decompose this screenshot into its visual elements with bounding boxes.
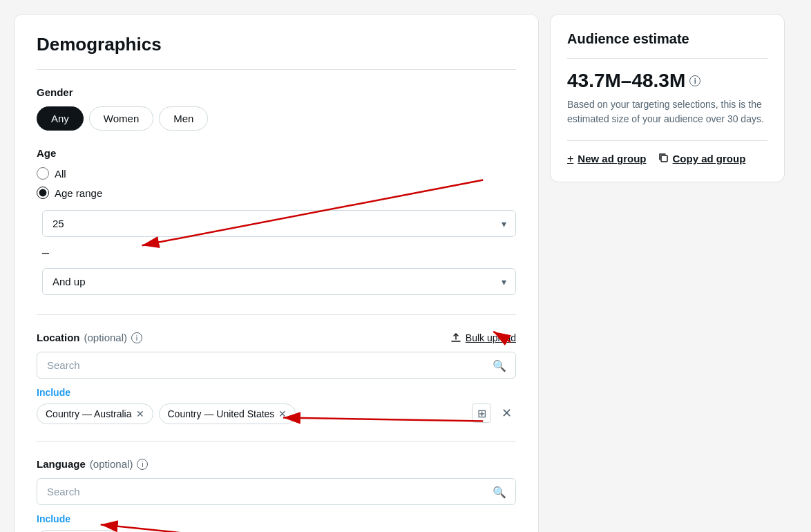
copy-icon	[658, 152, 669, 165]
audience-info-icon[interactable]: i	[689, 75, 700, 86]
age-all-radio[interactable]: All	[37, 167, 516, 180]
copy-ad-group-label: Copy ad group	[673, 153, 746, 164]
location-tag-us-close[interactable]: ✕	[278, 409, 287, 419]
language-optional: (optional)	[90, 458, 133, 470]
age-all-label: All	[55, 168, 66, 180]
language-include-label: Include	[37, 513, 516, 524]
gender-buttons: Any Women Men	[37, 106, 516, 131]
svg-rect-5	[661, 155, 667, 162]
location-include-actions: ⊞ ✕	[472, 403, 516, 423]
age-separator: –	[42, 243, 516, 263]
location-include-label: Include	[37, 387, 516, 398]
language-search-icon: 🔍	[493, 485, 506, 498]
location-search-icon: 🔍	[493, 359, 506, 372]
audience-description: Based on your targeting selections, this…	[567, 97, 767, 126]
upload-icon	[450, 332, 461, 343]
bulk-upload-button[interactable]: Bulk upload	[450, 332, 516, 343]
language-label-row: Language (optional) i	[37, 458, 148, 470]
location-tags: Country — Australia ✕ Country — United S…	[37, 403, 466, 424]
gender-men-button[interactable]: Men	[159, 106, 208, 131]
divider-1	[37, 314, 516, 315]
age-radio-group: All Age range	[37, 167, 516, 199]
location-label: Location	[37, 332, 80, 343]
location-tag-australia: Country — Australia ✕	[37, 403, 153, 424]
language-section: Language (optional) i 🔍 Include English …	[37, 458, 516, 532]
gender-label: Gender	[37, 86, 516, 98]
divider-2	[37, 441, 516, 441]
language-search-wrap: 🔍	[37, 478, 516, 505]
age-from-select[interactable]: 13 18 21 25 35 45 55 65	[42, 210, 516, 237]
location-clear-button[interactable]: ✕	[497, 403, 516, 423]
age-to-dropdown: And up 17 24 34 44 54 64 ▾	[42, 268, 516, 295]
age-range-input[interactable]	[37, 187, 49, 199]
location-search-input[interactable]	[37, 352, 516, 379]
gender-any-button[interactable]: Any	[37, 106, 84, 131]
gender-section: Gender Any Women Men	[37, 86, 516, 131]
new-ad-group-label: New ad group	[578, 153, 646, 164]
location-header: Location (optional) i Bulk upload	[37, 332, 516, 343]
audience-estimate-title: Audience estimate	[567, 31, 767, 59]
location-label-row: Location (optional) i	[37, 332, 142, 343]
age-section: Age All Age range 13 18 21 25	[37, 147, 516, 295]
location-include-row: Country — Australia ✕ Country — United S…	[37, 403, 516, 424]
gender-women-button[interactable]: Women	[89, 106, 153, 131]
sidebar-divider	[567, 140, 767, 141]
location-tag-us-text: Country — United States	[168, 408, 275, 419]
location-section: Location (optional) i Bulk upload 🔍 Incl…	[37, 332, 516, 424]
page-title: Demographics	[37, 34, 516, 70]
audience-range-value: 43.7M–48.3M	[567, 70, 685, 92]
age-from-dropdown: 13 18 21 25 35 45 55 65 ▾	[42, 210, 516, 237]
action-buttons: + New ad group Copy ad group	[567, 152, 767, 165]
language-header: Language (optional) i	[37, 458, 516, 470]
language-info-icon[interactable]: i	[137, 459, 148, 470]
bulk-upload-label: Bulk upload	[466, 332, 516, 343]
location-tag-australia-text: Country — Australia	[46, 408, 132, 419]
age-range-radio[interactable]: Age range	[37, 187, 516, 199]
location-optional: (optional)	[84, 332, 128, 343]
location-tag-us: Country — United States ✕	[159, 403, 296, 424]
copy-ad-group-button[interactable]: Copy ad group	[658, 152, 746, 165]
age-all-input[interactable]	[37, 167, 49, 180]
demographics-card: Demographics Gender Any Women Men Age Al…	[14, 14, 539, 532]
location-search-wrap: 🔍	[37, 352, 516, 379]
age-label: Age	[37, 147, 516, 159]
age-dropdowns: 13 18 21 25 35 45 55 65 ▾ – And up	[42, 210, 516, 295]
language-label: Language	[37, 458, 86, 470]
location-tag-australia-close[interactable]: ✕	[136, 409, 144, 419]
new-ad-group-button[interactable]: + New ad group	[567, 153, 647, 165]
plus-icon: +	[567, 153, 573, 165]
sidebar-card: Audience estimate 43.7M–48.3M i Based on…	[550, 14, 785, 182]
age-to-select[interactable]: And up 17 24 34 44 54 64	[42, 268, 516, 295]
language-search-input[interactable]	[37, 478, 516, 505]
age-range-label: Age range	[55, 187, 102, 199]
location-info-icon[interactable]: i	[131, 332, 142, 343]
audience-range: 43.7M–48.3M i	[567, 70, 767, 92]
location-add-group-button[interactable]: ⊞	[472, 403, 491, 423]
